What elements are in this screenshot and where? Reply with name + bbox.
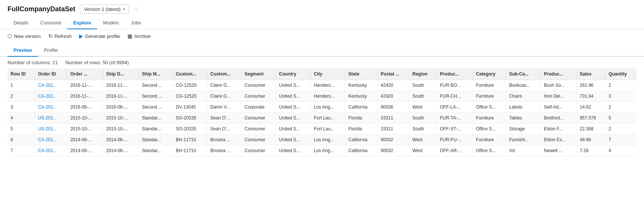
rows-count: Number of rows: 50 (of 9994) [65,60,129,65]
refresh-icon: ↻ [48,33,53,39]
generate-profile-button[interactable]: ▶ Generate profile [79,33,120,39]
version-label: Version 1 (latest) [84,6,121,12]
table-cell: Labels [506,102,541,113]
table-cell: FUR-BO... [437,80,473,91]
table-cell: 4 [605,145,637,156]
table-cell[interactable]: CA-201... [35,134,67,145]
table-cell[interactable]: CA-201... [35,102,67,113]
table-cell: 2014-06-... [67,134,103,145]
table-cell: Fort Lau... [311,113,345,124]
table-cell: CG-12520 [172,91,207,102]
table-cell: 7.28 [577,145,605,156]
table-cell: Chairs [506,91,541,102]
table-cell[interactable]: US-201... [35,124,67,134]
table-cell: South [409,113,436,124]
data-table-container: Row ID Order ID Order ... Ship D... Ship… [0,68,644,156]
archive-icon: ▦ [127,33,132,39]
table-cell: 90032 [377,145,409,156]
table-cell: 2 [605,80,637,91]
main-nav: Details Consume Explore Models Jobs [0,17,644,29]
table-cell: 5 [7,124,35,134]
star-icon[interactable]: ☆ [133,6,139,13]
table-cell: United S... [276,102,311,113]
table-cell: OFF-ST-... [437,124,473,134]
table-cell: Bretford... [541,113,577,124]
table-cell: Furnishi... [506,134,541,145]
table-cell: BH-11710 [172,145,207,156]
table-cell: Henders... [311,80,345,91]
tab-consume[interactable]: Consume [34,17,67,29]
table-cell: 2015-10-... [103,124,139,134]
col-postal: Postal ... [377,68,409,80]
col-country: Country [276,68,311,80]
table-cell: 90036 [377,102,409,113]
table-header-row: Row ID Order ID Order ... Ship D... Ship… [7,68,637,80]
col-region: Region [409,68,436,80]
table-cell: 2016-06-... [103,102,139,113]
table-cell: Consumer [241,124,276,134]
table-cell: West [409,134,436,145]
col-product-name: Produc... [541,68,577,80]
table-cell: 957.578 [577,113,605,124]
table-cell: Furniture [473,80,506,91]
table-cell: CG-12520 [172,80,207,91]
chevron-down-icon: ▾ [123,7,125,11]
tab-jobs[interactable]: Jobs [125,17,147,29]
table-cell[interactable]: CA-201... [35,80,67,91]
sub-tab-profile[interactable]: Profile [38,44,64,57]
col-city: City [311,68,345,80]
table-cell: 2016-11-... [67,91,103,102]
sub-tab-preview[interactable]: Preview [7,44,38,57]
table-cell: Kentucky [345,91,377,102]
table-cell: Florida [345,124,377,134]
toolbar: ⬡ New version ↻ Refresh ▶ Generate profi… [0,29,644,43]
data-table: Row ID Order ID Order ... Ship D... Ship… [7,68,637,156]
table-cell: Furniture [473,113,506,124]
tab-explore[interactable]: Explore [67,17,97,29]
table-cell: South [409,124,436,134]
table-cell: 7 [605,134,637,145]
col-order-date: Order ... [67,68,103,80]
table-cell: West [409,102,436,113]
table-cell: Furniture [473,91,506,102]
table-cell: 2015-10-... [103,113,139,124]
table-cell: West [409,145,436,156]
columns-count: Number of columns: 21 [7,60,58,65]
table-cell: 261.96 [577,80,605,91]
table-cell[interactable]: US-201... [35,113,67,124]
table-cell: South [409,91,436,102]
version-button[interactable]: Version 1 (latest) ▾ [80,5,129,14]
table-cell: 3 [7,102,35,113]
table-cell: Hon Del... [541,91,577,102]
table-cell: 6 [7,134,35,145]
table-cell: United S... [276,80,311,91]
table-cell: FUR-TA-... [437,113,473,124]
table-row: 5US-201...2015-10-...2015-10-...Standar.… [7,124,637,134]
table-cell: 33311 [377,113,409,124]
table-cell[interactable]: CA-201... [35,91,67,102]
table-cell: 7 [7,145,35,156]
table-cell: 2016-11-... [103,91,139,102]
table-cell: Standar... [139,145,172,156]
table-cell[interactable]: CA-201... [35,145,67,156]
table-cell: 2014-06-... [103,145,139,156]
table-cell: DV-13045 [172,102,207,113]
table-cell: South [409,80,436,91]
refresh-label: Refresh [55,33,72,39]
refresh-button[interactable]: ↻ Refresh [48,33,72,39]
new-version-button[interactable]: ⬡ New version [7,33,41,39]
col-quantity: Quantity [605,68,637,80]
table-cell: 2 [7,91,35,102]
table-cell: 90032 [377,134,409,145]
table-cell: Second ... [139,91,172,102]
table-cell: Office S... [473,124,506,134]
table-cell: Los Ang... [311,145,345,156]
table-cell: 2014-06-... [103,134,139,145]
col-product-id: Produc... [437,68,473,80]
tab-details[interactable]: Details [7,17,34,29]
archive-button[interactable]: ▦ Archive [127,33,150,39]
generate-profile-label: Generate profile [85,33,120,39]
table-cell: Bookcas... [506,80,541,91]
table-cell: Standar... [139,134,172,145]
tab-models[interactable]: Models [97,17,125,29]
